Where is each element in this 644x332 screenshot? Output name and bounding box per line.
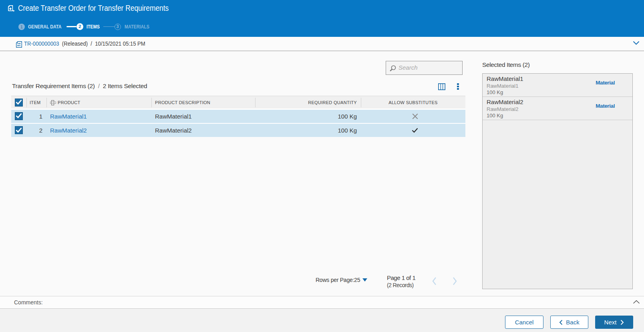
svg-text:1: 1 [20,24,23,29]
